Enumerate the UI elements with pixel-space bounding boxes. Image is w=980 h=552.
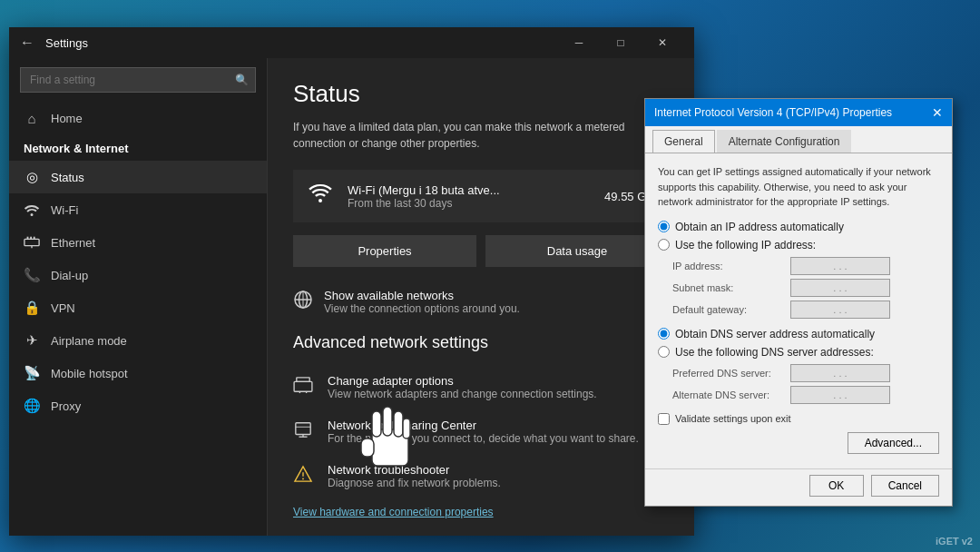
radio-auto-ip[interactable] [658,221,670,232]
adapter-icon [293,377,317,398]
tcpip-dialog: Internet Protocol Version 4 (TCP/IPv4) P… [644,98,953,507]
sidebar-item-vpn[interactable]: 🔒 VPN [9,291,267,324]
svg-rect-9 [294,381,312,391]
alternate-dns-label: Alternate DNS server: [672,389,790,400]
minimize-button[interactable]: ─ [558,27,600,58]
watermark: iGET v2 [936,536,973,547]
wifi-icon [24,202,40,218]
proxy-icon: 🌐 [24,398,40,414]
radio-manual-ip[interactable] [658,239,670,251]
change-adapter-text: Change adapter options View network adap… [328,374,597,400]
maximize-button[interactable]: □ [600,27,642,58]
dialup-icon: 📞 [24,267,40,283]
radio-auto-dns[interactable] [658,328,670,340]
validate-checkbox[interactable] [658,413,670,425]
troubleshooter-title: Network troubleshooter [328,463,501,477]
advanced-section-title: Advanced network settings [293,333,669,352]
dialog-body: You can get IP settings assigned automat… [645,153,952,468]
sidebar-item-hotspot[interactable]: 📡 Mobile hotspot [9,357,267,389]
sidebar-category: Network & Internet [9,134,267,161]
radio-auto-dns-row: Obtain DNS server address automatically [658,328,939,340]
change-adapter-sub: View network adapters and change connect… [328,388,597,400]
sidebar-item-dialup-label: Dial-up [51,269,88,282]
show-networks-section[interactable]: Show available networks View the connect… [293,289,669,315]
status-icon: ◎ [24,169,40,185]
sidebar-item-dialup[interactable]: 📞 Dial-up [9,259,267,291]
ip-address-row: IP address: [658,257,939,275]
validate-row: Validate settings upon exit [658,413,939,425]
globe-icon [293,290,313,314]
subnet-mask-row: Subnet mask: [658,279,939,297]
ip-address-input[interactable] [790,257,890,275]
sidebar-item-wifi-label: Wi-Fi [51,203,78,217]
home-icon: ⌂ [24,110,40,126]
properties-button[interactable]: Properties [293,235,476,267]
sidebar-item-home[interactable]: ⌂ Home [9,102,267,134]
troubleshooter-item[interactable]: Network troubleshooter Diagnose and fix … [293,454,669,498]
tab-general[interactable]: General [652,130,715,153]
svg-rect-2 [30,237,32,240]
search-icon: 🔍 [235,74,249,86]
cancel-button[interactable]: Cancel [871,475,939,497]
close-button[interactable]: ✕ [642,27,683,58]
sharing-center-text: Network and Sharing Center For the netwo… [328,419,639,445]
show-networks-title: Show available networks [324,289,520,302]
dialog-titlebar: Internet Protocol Version 4 (TCP/IPv4) P… [645,99,952,126]
show-networks-text: Show available networks View the connect… [324,289,520,315]
sidebar-item-ethernet[interactable]: Ethernet [9,226,267,259]
page-subtitle: If you have a limited data plan, you can… [293,119,638,152]
settings-window: ← Settings ─ □ ✕ 🔍 ⌂ Home Network & Inte [9,27,694,536]
advanced-button[interactable]: Advanced... [848,432,939,454]
radio-manual-dns-row: Use the following DNS server addresses: [658,346,939,359]
preferred-dns-input[interactable] [790,364,890,382]
sidebar-item-proxy-label: Proxy [51,399,81,413]
ip-address-label: IP address: [672,261,790,271]
ok-button[interactable]: OK [809,475,864,497]
subnet-mask-input[interactable] [790,279,890,297]
alternate-dns-input[interactable] [790,386,890,404]
alternate-dns-row: Alternate DNS server: [658,386,939,404]
radio-manual-dns[interactable] [658,346,670,358]
radio-manual-ip-label: Use the following IP address: [675,239,816,251]
dialog-info-text: You can get IP settings assigned automat… [658,164,939,210]
back-button[interactable]: ← [20,34,34,51]
wifi-signal-icon [308,182,335,210]
radio-auto-dns-label: Obtain DNS server address automatically [675,328,875,340]
sidebar: 🔍 ⌂ Home Network & Internet ◎ Status [9,58,268,536]
tab-alternate[interactable]: Alternate Configuration [717,130,852,153]
data-usage-button[interactable]: Data usage [485,235,669,267]
settings-body: 🔍 ⌂ Home Network & Internet ◎ Status [9,58,694,536]
network-sub: From the last 30 days [348,197,604,210]
radio-manual-ip-row: Use the following IP address: [658,239,939,251]
sidebar-item-proxy[interactable]: 🌐 Proxy [9,389,267,422]
gateway-input[interactable] [790,301,890,319]
sharing-center-sub: For the networks you connect to, decide … [328,432,639,445]
title-bar: ← Settings ─ □ ✕ [9,27,694,58]
troubleshooter-text: Network troubleshooter Diagnose and fix … [328,463,501,489]
sidebar-item-ethernet-label: Ethernet [51,236,95,250]
svg-rect-3 [34,237,35,240]
sidebar-item-airplane-label: Airplane mode [51,334,127,348]
show-networks-sub: View the connection options around you. [324,302,520,315]
sidebar-item-status-label: Status [51,171,84,184]
svg-rect-13 [296,423,310,435]
dialog-buttons: OK Cancel [645,468,952,506]
preferred-dns-label: Preferred DNS server: [672,368,790,379]
network-info: Wi-Fi (Mergu i 18 buta atve... From the … [348,183,604,210]
view-hardware-link[interactable]: View hardware and connection properties [293,506,669,518]
sidebar-item-wifi[interactable]: Wi-Fi [9,193,267,226]
radio-manual-dns-label: Use the following DNS server addresses: [675,346,874,359]
desktop: ← Settings ─ □ ✕ 🔍 ⌂ Home Network & Inte [0,0,980,552]
search-input[interactable] [20,67,256,93]
sharing-icon [293,420,317,443]
dialog-title: Internet Protocol Version 4 (TCP/IPv4) P… [654,106,892,119]
dialog-close-button[interactable]: ✕ [932,105,943,120]
sharing-center-item[interactable]: Network and Sharing Center For the netwo… [293,409,669,454]
change-adapter-item[interactable]: Change adapter options View network adap… [293,365,669,409]
sidebar-item-airplane[interactable]: ✈ Airplane mode [9,324,267,357]
search-container: 🔍 [20,67,256,93]
change-adapter-title: Change adapter options [328,374,597,388]
sidebar-item-vpn-label: VPN [51,301,75,315]
sidebar-item-status[interactable]: ◎ Status [9,161,267,193]
action-buttons: Properties Data usage [293,235,669,267]
